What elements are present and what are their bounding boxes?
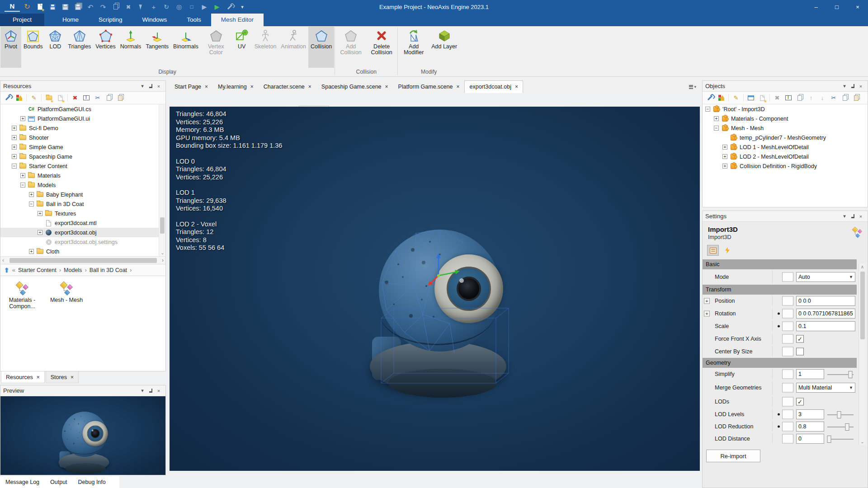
caret-down-icon[interactable]: ▾ (237, 1, 248, 12)
play-sim-icon[interactable]: ▶ (199, 1, 210, 12)
paste-icon[interactable] (110, 1, 121, 12)
close-button[interactable]: × (847, 0, 868, 14)
default-value-box[interactable] (782, 322, 793, 331)
expander-icon[interactable]: + (722, 145, 727, 150)
breadcrumb-item[interactable]: Starter Content (18, 267, 57, 273)
events-icon[interactable] (722, 245, 733, 256)
scrollbar-thumb[interactable] (860, 272, 865, 339)
expander-icon[interactable]: + (722, 164, 727, 169)
tree-item-textures[interactable]: +Textures (0, 209, 165, 218)
lod-levels-slider[interactable] (827, 414, 854, 415)
expander-icon[interactable]: − (20, 183, 25, 188)
scroll-left-icon[interactable]: ‹ (2, 257, 4, 263)
ribbon-tab-windows[interactable]: Windows (132, 14, 177, 26)
default-value-box[interactable] (782, 383, 793, 393)
tree-item-shooter[interactable]: +Shooter (0, 133, 165, 142)
close-icon[interactable]: × (205, 84, 208, 90)
edit-icon[interactable]: ✎ (732, 94, 740, 102)
close-icon[interactable]: × (155, 84, 163, 89)
tree-item-platformgamegui-cs[interactable]: C#PlatformGameGUI.cs (0, 104, 165, 114)
orbit-tool-icon[interactable]: ◎ (174, 1, 184, 12)
section-header-transform[interactable]: Transform (703, 285, 857, 295)
item-materials-component[interactable]: Materials - Compon... (3, 282, 41, 310)
tree-item-ball-in-3d-coat[interactable]: −Ball in 3D Coat (0, 199, 165, 209)
close-icon[interactable]: × (37, 374, 40, 380)
ribbon-tab-project[interactable]: Project (0, 14, 44, 26)
slider-handle[interactable] (845, 423, 849, 431)
expander-icon[interactable]: + (12, 126, 17, 131)
binormals-button[interactable]: Binormals (171, 27, 201, 68)
simplify-input[interactable]: 1 (796, 369, 824, 379)
expander-icon[interactable]: + (38, 230, 42, 235)
new-file-icon[interactable]: ★ (34, 1, 45, 12)
default-value-box[interactable] (782, 409, 793, 419)
tab-list-icon[interactable]: ▾ (689, 84, 696, 90)
tree-item-mesh-mesh[interactable]: −Mesh - Mesh (703, 123, 868, 133)
reimport-button[interactable]: Re-import (706, 450, 760, 462)
preview-viewport[interactable] (0, 396, 165, 475)
lod-reduction-input[interactable]: 0.8 (796, 422, 824, 432)
copy-icon[interactable] (841, 94, 849, 102)
tree-item-export3dcoat-obj[interactable]: +export3dcoat.obj (0, 228, 165, 237)
paste-icon[interactable] (852, 94, 860, 102)
play-icon[interactable]: ▶ (212, 1, 222, 12)
expander-icon[interactable]: − (705, 107, 710, 112)
tab-character-scene[interactable]: Character.scene× (259, 80, 316, 93)
merge-geometries-dropdown[interactable]: Multi Material▼ (796, 383, 855, 393)
tab-spaceship-game-scene[interactable]: Spaceship Game.scene× (316, 80, 393, 93)
expander-icon[interactable]: + (704, 298, 710, 304)
default-value-box[interactable] (782, 347, 793, 357)
lod-distance-input[interactable]: 0 (796, 434, 824, 444)
tab-resources[interactable]: Resources × (1, 371, 45, 383)
close-icon[interactable]: × (71, 374, 74, 380)
scale-tool-icon[interactable]: □ (186, 1, 197, 12)
add-layer-button[interactable]: Add Layer (429, 27, 459, 68)
tree-item-temp-pcylinder7-meshgeometry[interactable]: temp_pCylinder7 - MeshGeometry (703, 133, 868, 142)
force-front-x-axis-checkbox[interactable]: ✓ (796, 335, 804, 343)
expander-icon[interactable]: + (12, 154, 17, 159)
caret-down-icon[interactable]: ▾ (138, 83, 146, 89)
position-input[interactable]: 0 0 0 (796, 296, 855, 306)
lod-levels-input[interactable]: 3 (796, 409, 824, 419)
window-icon[interactable] (747, 94, 755, 102)
tab-export3dcoat-obj[interactable]: export3dcoat.obj× (464, 80, 523, 93)
close-icon[interactable]: × (155, 388, 163, 394)
tab-output[interactable]: Output (45, 476, 73, 488)
scroll-down-icon[interactable]: ⌄ (859, 439, 866, 444)
tangents-button[interactable]: Tangents (143, 27, 171, 68)
close-icon[interactable]: × (515, 84, 518, 90)
tree-item-simple-game[interactable]: +Simple Game (0, 142, 165, 152)
close-icon[interactable]: × (250, 84, 254, 90)
minimize-button[interactable]: – (806, 0, 826, 14)
chevrons-left-icon[interactable]: « (12, 267, 15, 273)
lod-distance-slider[interactable] (827, 439, 854, 440)
expander-icon[interactable]: − (29, 202, 34, 206)
breadcrumb-item[interactable]: Ball in 3D Coat (90, 267, 127, 273)
move-up-icon[interactable]: ↑ (807, 94, 815, 102)
expander-icon[interactable]: + (704, 311, 710, 317)
tab-stores[interactable]: Stores × (46, 371, 79, 383)
lod-reduction-slider[interactable] (827, 427, 854, 427)
tab-message-log[interactable]: Message Log (0, 476, 45, 488)
close-icon[interactable]: × (308, 84, 311, 90)
save-all-icon[interactable] (72, 1, 83, 12)
scrollbar-thumb[interactable] (9, 258, 157, 263)
paste-icon[interactable] (116, 94, 124, 102)
center-by-size-checkbox[interactable] (796, 348, 804, 356)
rename-icon[interactable] (784, 94, 793, 102)
expander-icon[interactable]: + (12, 135, 17, 140)
settings-scrollbar[interactable]: ∧ ⌄ (859, 263, 866, 445)
expander-icon[interactable]: + (20, 173, 25, 178)
components-icon[interactable] (15, 94, 23, 102)
expander-icon[interactable]: + (38, 211, 42, 216)
run-tool-icon[interactable] (224, 1, 235, 12)
tree-item-lod-2-meshlevelofdetail[interactable]: +LOD 2 - MeshLevelOfDetail (703, 152, 868, 161)
tree-item-materials[interactable]: +Materials (0, 171, 165, 180)
move-tool-icon[interactable]: + (148, 1, 159, 12)
default-value-box[interactable] (782, 334, 793, 344)
scroll-right-icon[interactable]: › (162, 257, 164, 263)
components-icon[interactable] (717, 94, 725, 102)
redo-icon[interactable]: ↷ (98, 1, 108, 12)
horizontal-scrollbar[interactable]: ‹ › (0, 256, 165, 264)
slider-handle[interactable] (837, 411, 841, 418)
